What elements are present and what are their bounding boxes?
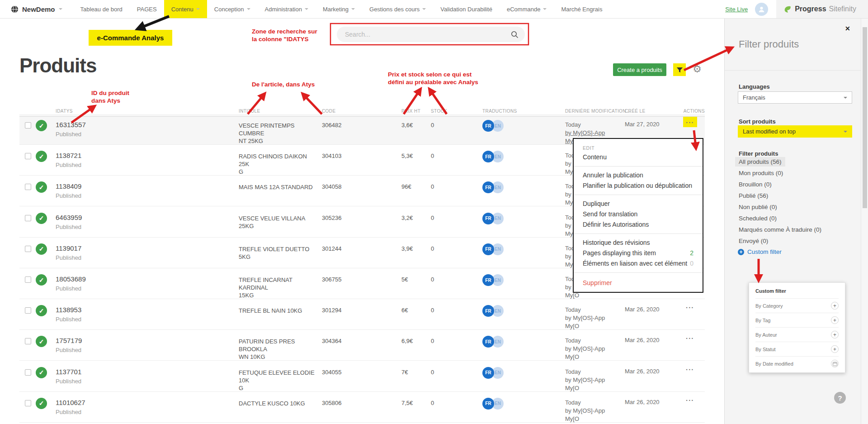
product-id[interactable]: 11010627 (56, 399, 85, 406)
product-id[interactable]: 1138953 (56, 306, 81, 314)
settings-gear-icon[interactable]: ⚙ (690, 62, 704, 76)
custom-filter-by-auteur[interactable]: By Auteur+ (755, 327, 839, 342)
fr-language-badge[interactable]: FR (482, 398, 494, 410)
nav-item-validation-durabilit[interactable]: Validation Durabilité (433, 0, 500, 18)
row-actions-button[interactable]: ... (683, 364, 697, 374)
avatar[interactable] (755, 3, 768, 16)
fr-language-badge[interactable]: FR (482, 274, 494, 286)
search-input[interactable] (345, 31, 511, 38)
fr-language-badge[interactable]: FR (482, 305, 494, 317)
menu-item-d-finir-les-autorisations[interactable]: Définir les Autorisations (574, 219, 703, 230)
filter-option-non-publi-0[interactable]: Non publié (0) (735, 202, 781, 212)
row-checkbox[interactable] (25, 400, 31, 406)
column-header-idatys[interactable]: IDATYS (56, 109, 73, 114)
column-header-prix-ht[interactable]: PRIX HT (401, 109, 420, 114)
row-actions-button[interactable]: ... (683, 117, 697, 127)
plus-icon[interactable]: + (831, 345, 839, 353)
column-header-cr-le[interactable]: CRÉÉ LE (625, 109, 646, 114)
nav-item-ecommande[interactable]: eCommande (500, 0, 554, 18)
filter-option-publi-56[interactable]: Publié (56) (735, 191, 772, 200)
plus-icon[interactable]: + (831, 302, 839, 310)
row-actions-button[interactable]: ... (683, 395, 697, 405)
nav-item-marketing[interactable]: Marketing (316, 0, 362, 18)
plus-icon[interactable]: + (831, 331, 839, 338)
column-header-stock[interactable]: STOCK (431, 109, 447, 114)
menu-item-contenu[interactable]: Contenu (574, 152, 703, 162)
fr-language-badge[interactable]: FR (482, 181, 494, 193)
author-link[interactable]: by My[OS]-App My[O (565, 314, 620, 330)
create-product-button[interactable]: Create a produits (613, 63, 666, 76)
nav-item-administration[interactable]: Administration (258, 0, 316, 18)
filter-option-envoy-0[interactable]: Envoyé (0) (735, 236, 772, 246)
fr-language-badge[interactable]: FR (482, 243, 494, 255)
author-link[interactable]: by My[OS]-App My[O (565, 407, 620, 423)
product-id[interactable]: 1757179 (56, 337, 82, 344)
product-id[interactable]: 16313557 (56, 121, 86, 129)
menu-item-planifier-la-publication-ou-d-publication[interactable]: Planifier la publication ou dépublicatio… (574, 181, 703, 191)
menu-item-pages-displaying-this-item[interactable]: Pages displaying this item2 (574, 248, 703, 258)
product-id[interactable]: 1138409 (56, 182, 81, 190)
author-link[interactable]: by My[OS]-App My[O (565, 376, 620, 392)
menu-item-supprimer[interactable]: Supprimer (574, 276, 703, 288)
product-id[interactable]: 1139017 (56, 244, 81, 252)
nav-item-tableau-de-bord[interactable]: Tableau de bord (73, 0, 130, 18)
custom-filter-by-tag[interactable]: By Tag+ (755, 313, 839, 327)
fr-language-badge[interactable]: FR (482, 151, 494, 162)
nav-item-pages[interactable]: PAGES (130, 0, 164, 18)
menu-item-l-ments-en-liaison-avec-cet-l-ment[interactable]: Éléments en liaison avec cet élément0 (574, 258, 703, 269)
calendar-icon[interactable] (831, 360, 839, 367)
column-header-actions[interactable]: ACTIONS (684, 109, 705, 114)
menu-item-dupliquer[interactable]: Dupliquer (574, 199, 703, 209)
row-checkbox[interactable] (25, 307, 31, 314)
product-id[interactable]: 18053689 (56, 275, 86, 283)
menu-item-send-for-translation[interactable]: Send for translation (574, 209, 703, 219)
author-link[interactable]: by My[OS]-App My[O (565, 345, 620, 361)
row-checkbox[interactable] (25, 369, 31, 376)
filter-option-marqu-s-comme-traduire-0[interactable]: Marqués comme À traduire (0) (735, 225, 825, 234)
nav-item-contenu[interactable]: Contenu (164, 0, 207, 18)
custom-filter-link[interactable]: + Custom filter (738, 248, 782, 255)
product-id[interactable]: 6463959 (56, 214, 82, 221)
plus-icon[interactable]: + (831, 316, 839, 324)
nav-item-conception[interactable]: Conception (207, 0, 258, 18)
filter-button[interactable] (673, 63, 686, 76)
row-checkbox[interactable] (25, 246, 31, 252)
search-icon[interactable] (511, 31, 519, 38)
row-actions-button[interactable]: ... (683, 302, 697, 312)
row-actions-button[interactable]: ... (683, 333, 697, 343)
vertical-scrollbar[interactable] (861, 19, 868, 424)
column-header-code[interactable]: CODE (322, 109, 336, 114)
fr-language-badge[interactable]: FR (482, 120, 494, 132)
row-checkbox[interactable] (25, 184, 31, 190)
filter-option-brouillon-0[interactable]: Brouillon (0) (735, 180, 775, 189)
row-checkbox[interactable] (25, 153, 31, 159)
column-header-intitule[interactable]: INTITULE (239, 109, 260, 114)
brand[interactable]: NewDemo (0, 0, 73, 18)
close-icon[interactable]: ✕ (845, 25, 850, 32)
column-header-derni-re-modification[interactable]: DERNIÈRE MODIFICATION... (565, 109, 630, 114)
menu-item-historique-des-r-visions[interactable]: Historique des révisions (574, 238, 703, 248)
filter-option-all-produits-56[interactable]: All produits (56) (735, 157, 785, 167)
fr-language-badge[interactable]: FR (482, 213, 494, 224)
site-live-link[interactable]: Site Live (725, 6, 748, 13)
row-checkbox[interactable] (25, 276, 31, 283)
scrollbar-thumb[interactable] (863, 27, 867, 208)
filter-option-scheduled-0[interactable]: Scheduled (0) (735, 214, 780, 223)
product-id[interactable]: 1137701 (56, 368, 81, 376)
row-checkbox[interactable] (25, 338, 31, 344)
custom-filter-by-category[interactable]: By Category+ (755, 298, 839, 313)
nav-item-march-engrais[interactable]: Marché Engrais (554, 0, 609, 18)
custom-filter-by-date-modified[interactable]: By Date modified (755, 356, 839, 371)
row-checkbox[interactable] (25, 215, 31, 221)
column-header-traductions[interactable]: TRADUCTIONS (482, 109, 517, 114)
fr-language-badge[interactable]: FR (482, 336, 494, 348)
sort-select[interactable]: Last modified on top (738, 125, 852, 138)
custom-filter-by-statut[interactable]: By Statut+ (755, 342, 839, 356)
product-id[interactable]: 1138721 (56, 152, 81, 159)
row-checkbox[interactable] (25, 122, 31, 129)
help-button[interactable]: ? (834, 392, 846, 404)
nav-item-gestions-des-cours[interactable]: Gestions des cours (362, 0, 433, 18)
language-select[interactable]: Français (738, 91, 852, 104)
menu-item-annuler-la-publication[interactable]: Annuler la publication (574, 170, 703, 181)
fr-language-badge[interactable]: FR (482, 367, 494, 379)
